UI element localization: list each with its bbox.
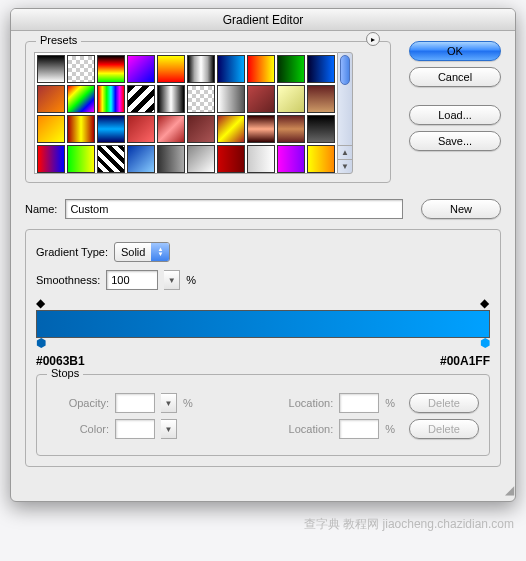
preset-swatch[interactable]	[307, 85, 335, 113]
smoothness-label: Smoothness:	[36, 274, 100, 286]
preset-swatch[interactable]	[37, 55, 65, 83]
preset-swatch[interactable]	[247, 55, 275, 83]
delete-color-stop-button: Delete	[409, 419, 479, 439]
name-input[interactable]	[65, 199, 403, 219]
opacity-unit: %	[183, 397, 193, 409]
gradient-end-hex: #00A1FF	[440, 354, 490, 368]
preset-swatch[interactable]	[277, 55, 305, 83]
preset-swatch[interactable]	[307, 145, 335, 173]
gradient-type-select[interactable]: Solid ▲▼	[114, 242, 170, 262]
preset-swatch[interactable]	[187, 115, 215, 143]
stops-legend: Stops	[47, 367, 83, 379]
preset-swatch[interactable]	[37, 115, 65, 143]
location-input-1	[339, 393, 379, 413]
cancel-button[interactable]: Cancel	[409, 67, 501, 87]
opacity-stop-left[interactable]: ◆	[36, 298, 46, 308]
gradient-start-hex: #0063B1	[36, 354, 85, 368]
preset-swatch[interactable]	[187, 55, 215, 83]
scroll-down-icon[interactable]: ▼	[338, 159, 352, 173]
preset-swatch[interactable]	[307, 55, 335, 83]
button-column: OK Cancel Load... Save...	[409, 41, 501, 183]
location-unit-2: %	[385, 423, 395, 435]
presets-legend: Presets	[36, 34, 81, 46]
preset-swatch[interactable]	[157, 55, 185, 83]
preset-swatch[interactable]	[67, 55, 95, 83]
preset-swatch[interactable]	[187, 85, 215, 113]
color-stop-left[interactable]: ⬢	[36, 338, 46, 348]
preset-swatch[interactable]	[217, 85, 245, 113]
ok-button[interactable]: OK	[409, 41, 501, 61]
scrollbar-thumb[interactable]	[340, 55, 350, 85]
preset-swatch[interactable]	[247, 115, 275, 143]
preset-swatch[interactable]	[217, 115, 245, 143]
location-input-2	[339, 419, 379, 439]
preset-swatch[interactable]	[187, 145, 215, 173]
preset-swatch[interactable]	[157, 115, 185, 143]
preset-swatch[interactable]	[97, 55, 125, 83]
preset-swatch[interactable]	[127, 145, 155, 173]
preset-swatch[interactable]	[277, 145, 305, 173]
preset-swatch[interactable]	[67, 85, 95, 113]
preset-swatch[interactable]	[157, 145, 185, 173]
location-unit-1: %	[385, 397, 395, 409]
smoothness-input[interactable]	[106, 270, 158, 290]
preset-swatch[interactable]	[127, 85, 155, 113]
preset-swatch[interactable]	[97, 145, 125, 173]
gradient-type-label: Gradient Type:	[36, 246, 108, 258]
opacity-dropdown-icon: ▼	[161, 393, 177, 413]
preset-swatch[interactable]	[127, 55, 155, 83]
select-stepper-icon: ▲▼	[151, 243, 169, 261]
gradient-editor-window: Gradient Editor Presets ▸ ▲ ▼ OK Cancel	[10, 8, 516, 502]
presets-menu-icon[interactable]: ▸	[366, 32, 380, 46]
delete-opacity-stop-button: Delete	[409, 393, 479, 413]
opacity-input	[115, 393, 155, 413]
stops-group: Stops Opacity: ▼ % Location: % Delete Co…	[36, 374, 490, 456]
color-swatch	[115, 419, 155, 439]
smoothness-unit: %	[186, 274, 196, 286]
gradient-group: Gradient Type: Solid ▲▼ Smoothness: ▼ % …	[25, 229, 501, 467]
load-button[interactable]: Load...	[409, 105, 501, 125]
preset-swatch[interactable]	[97, 115, 125, 143]
preset-swatch[interactable]	[97, 85, 125, 113]
save-button[interactable]: Save...	[409, 131, 501, 151]
presets-scrollbar[interactable]: ▲ ▼	[337, 52, 353, 174]
preset-swatch[interactable]	[247, 85, 275, 113]
name-label: Name:	[25, 203, 57, 215]
preset-swatch[interactable]	[247, 145, 275, 173]
preset-swatch[interactable]	[127, 115, 155, 143]
preset-swatch[interactable]	[67, 115, 95, 143]
preset-swatch[interactable]	[37, 85, 65, 113]
resize-grip-icon[interactable]: ◢	[11, 481, 515, 501]
preset-swatch[interactable]	[277, 85, 305, 113]
preset-swatch[interactable]	[157, 85, 185, 113]
location-label-2: Location:	[271, 423, 333, 435]
new-button[interactable]: New	[421, 199, 501, 219]
preset-swatch[interactable]	[277, 115, 305, 143]
preset-swatch[interactable]	[67, 145, 95, 173]
color-label: Color:	[47, 423, 109, 435]
preset-swatch[interactable]	[217, 145, 245, 173]
preset-swatch[interactable]	[37, 145, 65, 173]
opacity-stop-right[interactable]: ◆	[480, 298, 490, 308]
location-label-1: Location:	[271, 397, 333, 409]
presets-group: Presets ▸ ▲ ▼	[25, 41, 391, 183]
window-content: Presets ▸ ▲ ▼ OK Cancel Load... Save...	[11, 31, 515, 481]
window-title: Gradient Editor	[11, 9, 515, 31]
gradient-type-value: Solid	[121, 246, 145, 258]
gradient-preview-bar[interactable]	[36, 310, 490, 338]
color-stop-right[interactable]: ⬢	[480, 338, 490, 348]
presets-grid	[34, 52, 337, 174]
preset-swatch[interactable]	[217, 55, 245, 83]
color-dropdown-icon: ▼	[161, 419, 177, 439]
opacity-label: Opacity:	[47, 397, 109, 409]
scroll-up-icon[interactable]: ▲	[338, 145, 352, 159]
preset-swatch[interactable]	[307, 115, 335, 143]
watermark-text: 查字典 教程网 jiaocheng.chazidian.com	[0, 510, 526, 537]
smoothness-dropdown-icon[interactable]: ▼	[164, 270, 180, 290]
